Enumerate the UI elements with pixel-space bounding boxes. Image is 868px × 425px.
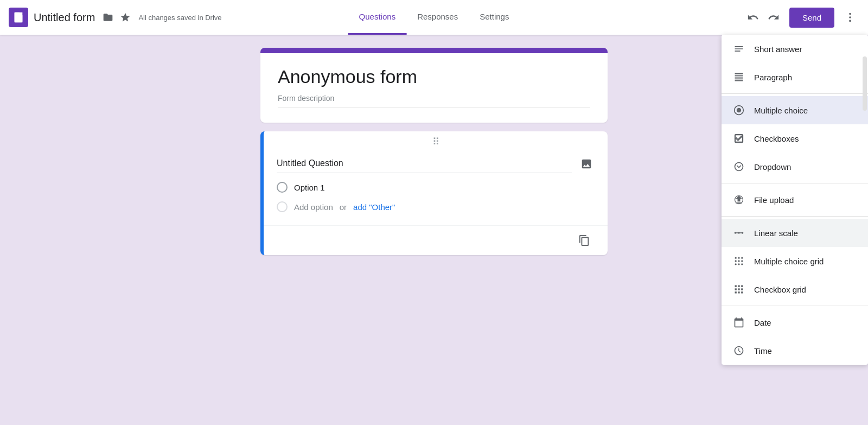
dropdown-item-short-answer[interactable]: Short answer xyxy=(722,35,868,63)
send-button[interactable]: Send xyxy=(789,8,834,28)
svg-rect-19 xyxy=(738,263,739,265)
add-option-text[interactable]: Add option xyxy=(294,202,333,212)
svg-rect-25 xyxy=(738,288,739,290)
dropdown-item-date[interactable]: Date xyxy=(722,308,868,337)
file-upload-label: File upload xyxy=(754,195,794,205)
form-description[interactable]: Form description xyxy=(278,94,590,107)
date-icon xyxy=(732,316,745,329)
separator-4 xyxy=(722,306,868,306)
question-title-input[interactable] xyxy=(277,154,572,173)
copy-icon xyxy=(578,234,590,246)
svg-rect-17 xyxy=(741,260,743,262)
dropdown-option-icon xyxy=(732,160,745,173)
multiple-choice-grid-icon xyxy=(732,255,745,268)
redo-icon xyxy=(768,11,780,23)
svg-rect-20 xyxy=(741,263,743,265)
tab-settings[interactable]: Settings xyxy=(469,0,520,35)
svg-rect-13 xyxy=(738,257,739,259)
nav-tabs: Questions Responses Settings xyxy=(348,0,520,35)
dropdown-item-checkbox-grid[interactable]: Checkbox grid xyxy=(722,275,868,303)
multiple-choice-grid-label: Multiple choice grid xyxy=(754,257,824,266)
option-1-row: Option 1 xyxy=(277,177,595,197)
duplicate-button[interactable] xyxy=(574,230,595,251)
svg-point-1 xyxy=(849,13,851,15)
svg-rect-21 xyxy=(735,286,737,287)
image-icon xyxy=(580,158,592,170)
time-label: Time xyxy=(754,346,772,356)
form-header-card: Anonymous form Form description xyxy=(260,48,608,123)
tab-responses[interactable]: Responses xyxy=(406,0,469,35)
add-option-row: Add option or add "Other" xyxy=(277,197,595,217)
multiple-choice-icon xyxy=(732,104,745,117)
tab-questions[interactable]: Questions xyxy=(348,0,407,35)
svg-point-5 xyxy=(737,108,741,112)
question-top-row xyxy=(277,154,595,173)
undo-icon xyxy=(747,11,759,23)
separator-3 xyxy=(722,216,868,217)
add-image-to-question-button[interactable] xyxy=(578,156,595,172)
separator-1 xyxy=(722,93,868,94)
svg-point-2 xyxy=(849,16,851,18)
svg-rect-12 xyxy=(735,257,737,259)
question-footer xyxy=(264,225,608,255)
checkboxes-icon xyxy=(732,132,745,145)
linear-scale-icon xyxy=(732,226,745,239)
forms-icon xyxy=(12,11,24,23)
star-button[interactable] xyxy=(117,9,134,26)
add-other-link[interactable]: add "Other" xyxy=(353,202,395,212)
svg-rect-28 xyxy=(738,291,739,293)
dropdown-item-file-upload[interactable]: File upload xyxy=(722,186,868,214)
paragraph-icon xyxy=(732,71,745,84)
option-1-label: Option 1 xyxy=(294,183,325,192)
folder-button[interactable] xyxy=(99,9,117,26)
question-type-dropdown[interactable]: Short answer Paragraph xyxy=(722,35,868,365)
dropdown-item-time[interactable]: Time xyxy=(722,337,868,365)
separator-2 xyxy=(722,183,868,183)
checkbox-grid-label: Checkbox grid xyxy=(754,285,806,294)
header-actions: Send xyxy=(744,8,859,28)
short-answer-label: Short answer xyxy=(754,45,802,54)
form-title: Untitled form xyxy=(34,11,95,24)
multiple-choice-label: Multiple choice xyxy=(754,106,808,115)
dropdown-label: Dropdown xyxy=(754,162,791,172)
add-option-radio xyxy=(277,201,288,212)
svg-rect-24 xyxy=(735,288,737,290)
svg-rect-18 xyxy=(735,263,737,265)
svg-rect-22 xyxy=(738,286,739,287)
dropdown-item-multiple-choice[interactable]: Multiple choice xyxy=(722,96,868,124)
linear-scale-label: Linear scale xyxy=(754,229,798,238)
checkbox-grid-icon xyxy=(732,283,745,296)
checkboxes-label: Checkboxes xyxy=(754,134,799,143)
star-icon xyxy=(120,12,131,23)
short-answer-icon xyxy=(732,42,745,55)
svg-rect-15 xyxy=(735,260,737,262)
date-label: Date xyxy=(754,318,771,327)
time-icon xyxy=(732,344,745,357)
dropdown-item-linear-scale[interactable]: Linear scale xyxy=(722,219,868,247)
file-upload-icon xyxy=(732,193,745,206)
svg-rect-23 xyxy=(741,286,743,287)
scrollbar[interactable] xyxy=(863,56,867,111)
or-text: or xyxy=(340,202,347,212)
dropdown-item-dropdown[interactable]: Dropdown xyxy=(722,153,868,181)
undo-button[interactable] xyxy=(744,8,762,27)
dropdown-item-checkboxes[interactable]: Checkboxes xyxy=(722,124,868,153)
question-card: ⠿ Option 1 Add option xyxy=(260,131,608,255)
save-status: All changes saved in Drive xyxy=(138,14,221,22)
svg-rect-27 xyxy=(735,291,737,293)
drag-handle[interactable]: ⠿ xyxy=(264,131,608,150)
option-1-radio[interactable] xyxy=(277,182,288,193)
question-body: Option 1 Add option or add "Other" xyxy=(264,150,608,225)
dropdown-item-mc-grid[interactable]: Multiple choice grid xyxy=(722,247,868,275)
svg-rect-16 xyxy=(738,260,739,262)
anonymous-form-title: Anonymous form xyxy=(278,66,590,87)
dropdown-item-paragraph[interactable]: Paragraph xyxy=(722,63,868,91)
main-content: Anonymous form Form description ⠿ Option… xyxy=(0,35,868,425)
paragraph-label: Paragraph xyxy=(754,73,792,82)
folder-icon xyxy=(103,12,113,23)
more-vert-icon xyxy=(844,11,856,23)
redo-button[interactable] xyxy=(764,8,783,27)
app-logo xyxy=(9,8,28,27)
svg-rect-14 xyxy=(741,257,743,259)
more-options-button[interactable] xyxy=(841,8,859,27)
